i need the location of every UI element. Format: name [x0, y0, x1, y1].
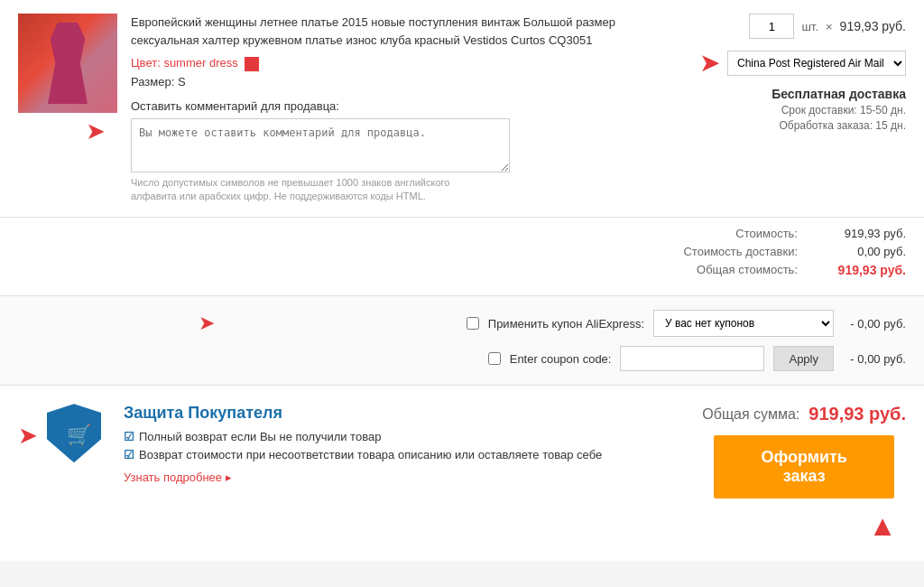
color-swatch [245, 57, 259, 71]
shipping-method-select[interactable]: China Post Registered Air Mail [727, 51, 906, 76]
product-details: Европейский женщины летнее платье 2015 н… [131, 14, 640, 203]
aliexpress-coupon-wrapper: ➤ Применить купон AliExpress: У вас нет … [18, 310, 906, 337]
size-label: Размер: [131, 75, 174, 89]
pricing-summary: Стоимость: 919,93 руб. Стоимость доставк… [0, 218, 924, 296]
main-container: Европейский женщины летнее платье 2015 н… [0, 0, 924, 561]
protection-text: Защита Покупателя ☑ Полный возврат если … [124, 404, 684, 484]
check-icon-2: ☑ [124, 448, 134, 461]
learn-more-link[interactable]: Узнать подробнее ▸ [124, 471, 232, 484]
protection-item-1: ☑ Полный возврат если Вы не получили тов… [124, 430, 684, 443]
aliexpress-coupon-discount: - 0,00 руб. [843, 317, 906, 331]
product-right: шт. × 919,93 руб. ➤ China Post Registere… [653, 14, 906, 203]
order-total-row: Общая сумма: 919,93 руб. [702, 404, 906, 424]
color-value: summer dress [163, 56, 237, 70]
shipping-row: ➤ China Post Registered Air Mail [699, 48, 906, 78]
order-summary: Общая сумма: 919,93 руб. Оформить заказ … [702, 404, 906, 543]
aliexpress-coupon-checkbox[interactable] [467, 317, 479, 330]
total-cost-label: Общая стоимость: [662, 263, 798, 277]
product-image [18, 14, 117, 113]
item-price: 919,93 руб. [840, 19, 906, 33]
place-order-arrow-icon: ▲ [868, 509, 897, 543]
order-total-label: Общая сумма: [702, 406, 799, 423]
shield-with-arrow-wrapper: ➤ 🛒 [18, 404, 110, 467]
dress-silhouette [43, 23, 93, 104]
quantity-input[interactable] [749, 14, 794, 39]
aliexpress-coupon-row: ➤ Применить купон AliExpress: У вас нет … [18, 310, 906, 337]
buyer-protection: ➤ 🛒 Защита Покупателя ☑ Полный возврат е… [18, 404, 684, 484]
comment-section: ➤ Оставить комментарий для продавца: Чис… [131, 99, 640, 204]
apply-coupon-button[interactable]: Apply [773, 346, 834, 371]
protection-title: Защита Покупателя [124, 404, 684, 423]
protection-item-2: ☑ Возврат стоимости при несоответствии т… [124, 448, 684, 461]
total-row: Общая стоимость: 919,93 руб. [18, 263, 906, 277]
order-total-amount: 919,93 руб. [808, 404, 906, 424]
cost-row: Стоимость: 919,93 руб. [18, 227, 906, 240]
cost-label: Стоимость: [662, 227, 798, 240]
coupon-section: ➤ Применить купон AliExpress: У вас нет … [0, 296, 924, 386]
total-cost-value: 919,93 руб. [816, 263, 906, 277]
enter-coupon-label: Enter coupon code: [510, 352, 612, 366]
processing-time: Обработка заказа: 15 дн. [772, 119, 906, 132]
aliexpress-coupon-label: Применить купон AliExpress: [488, 317, 644, 331]
enter-coupon-checkbox[interactable] [488, 352, 501, 365]
shield-cart-icon: 🛒 [67, 424, 91, 447]
color-label: Цвет: [131, 56, 161, 70]
delivery-cost-row: Стоимость доставки: 0,00 руб. [18, 245, 906, 258]
delivery-cost-label: Стоимость доставки: [662, 245, 798, 258]
unit-label: шт. [801, 20, 818, 33]
product-size: Размер: S [131, 75, 640, 89]
check-icon-1: ☑ [124, 430, 134, 443]
comment-textarea[interactable] [131, 118, 510, 172]
shield-arrow-icon: ➤ [18, 422, 38, 450]
shield-icon-container: 🛒 [47, 404, 110, 467]
shipping-arrow-icon: ➤ [699, 48, 720, 78]
bottom-section: ➤ 🛒 Защита Покупателя ☑ Полный возврат е… [0, 386, 924, 561]
delivery-cost-value: 0,00 руб. [816, 245, 906, 258]
place-order-button[interactable]: Оформить заказ [714, 435, 894, 498]
coupon-arrow-icon: ➤ [199, 312, 215, 335]
product-color: Цвет: summer dress [131, 56, 640, 71]
comment-label: Оставить комментарий для продавца: [131, 99, 640, 113]
product-title: Европейский женщины летнее платье 2015 н… [131, 14, 640, 49]
comment-arrow-icon: ➤ [86, 117, 106, 145]
quantity-shipping-row: шт. × 919,93 руб. [749, 14, 906, 39]
aliexpress-coupon-select[interactable]: У вас нет купонов [653, 310, 834, 337]
enter-coupon-row: Enter coupon code: Apply - 0,00 руб. [18, 346, 906, 371]
times-symbol: × [826, 20, 833, 33]
delivery-info: Бесплатная доставка Срок доставки: 15-50… [772, 87, 906, 132]
cost-value: 919,93 руб. [816, 227, 906, 240]
delivery-time: Срок доставки: 15-50 дн. [772, 104, 906, 116]
free-delivery-label: Бесплатная доставка [772, 87, 906, 101]
comment-hint: Число допустимых символов не превышает 1… [131, 176, 492, 204]
code-discount: - 0,00 руб. [843, 352, 906, 366]
coupon-code-input[interactable] [620, 346, 764, 371]
size-value: S [178, 75, 186, 89]
product-image-inner [18, 14, 117, 113]
product-section: Европейский женщины летнее платье 2015 н… [0, 0, 924, 218]
